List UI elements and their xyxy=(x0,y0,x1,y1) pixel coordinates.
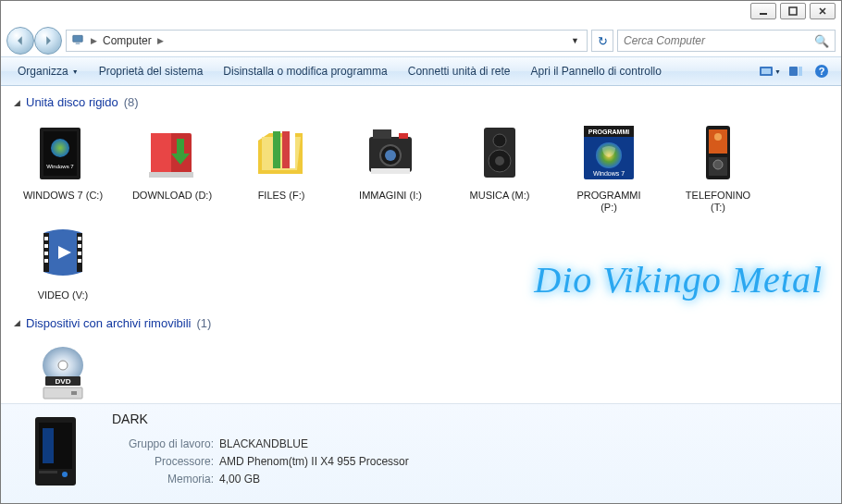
help-button[interactable]: ? xyxy=(810,61,834,81)
phone-icon xyxy=(685,119,751,186)
svg-text:Windows 7: Windows 7 xyxy=(46,164,74,169)
titlebar xyxy=(1,1,841,25)
breadcrumb-location[interactable]: Computer xyxy=(103,34,152,47)
svg-rect-17 xyxy=(273,131,280,168)
collapse-icon: ◢ xyxy=(14,318,20,327)
svg-rect-5 xyxy=(762,68,771,74)
drive-musica-m[interactable]: MUSICA (M:) xyxy=(456,117,543,216)
svg-rect-6 xyxy=(789,67,798,76)
svg-rect-0 xyxy=(760,13,767,15)
drive-dvd-o[interactable]: DVD Unità DVD RW(O:) xyxy=(19,338,106,403)
svg-rect-43 xyxy=(44,244,48,248)
svg-rect-7 xyxy=(799,67,802,76)
svg-rect-55 xyxy=(71,391,77,395)
svg-text:PROGRAMMI: PROGRAMMI xyxy=(588,129,629,135)
svg-rect-25 xyxy=(371,168,410,174)
svg-point-59 xyxy=(62,472,68,477)
drive-windows7-c[interactable]: Windows 7 WINDOWS 7 (C:) xyxy=(19,117,106,216)
svg-rect-1 xyxy=(789,7,797,15)
control-panel-button[interactable]: Apri il Pannello di controllo xyxy=(522,61,671,81)
svg-rect-21 xyxy=(373,129,391,139)
svg-rect-44 xyxy=(44,252,48,255)
map-drive-button[interactable]: Connetti unità di rete xyxy=(399,61,520,81)
svg-point-23 xyxy=(385,150,396,161)
close-button[interactable] xyxy=(810,3,836,19)
svg-rect-49 xyxy=(78,259,81,263)
uninstall-program-button[interactable]: Disinstalla o modifica programma xyxy=(214,61,396,81)
svg-rect-16 xyxy=(149,172,193,178)
svg-rect-24 xyxy=(399,133,408,139)
drive-label: FILES (F:) xyxy=(258,190,305,202)
chevron-right-icon: ▶ xyxy=(157,36,164,45)
drive-label: TELEFONINO (T:) xyxy=(677,190,759,214)
svg-point-12 xyxy=(51,139,69,157)
workgroup-value: BLACKANDBLUE xyxy=(219,436,308,453)
svg-text:Windows 7: Windows 7 xyxy=(593,170,625,177)
drive-label: MUSICA (M:) xyxy=(470,190,530,202)
svg-rect-60 xyxy=(39,471,57,473)
windows7-box-icon: Windows 7 xyxy=(30,119,96,186)
svg-rect-42 xyxy=(44,237,48,240)
speaker-icon xyxy=(466,119,533,186)
content-area: ◢ Unità disco rigido (8) Windows 7 WINDO… xyxy=(1,86,841,403)
drive-immagini-i[interactable]: IMMAGINI (I:) xyxy=(347,117,434,216)
svg-text:DVD: DVD xyxy=(56,377,71,386)
computer-icon xyxy=(70,33,85,49)
address-bar[interactable]: ▶ Computer ▶ ▼ xyxy=(66,30,588,52)
drive-download-d[interactable]: DOWNLOAD (D:) xyxy=(129,117,216,216)
svg-rect-2 xyxy=(73,35,83,42)
computer-tower-icon xyxy=(14,412,97,491)
svg-rect-58 xyxy=(43,428,54,463)
svg-rect-46 xyxy=(78,237,81,240)
back-button[interactable] xyxy=(6,27,34,55)
group-header-removable[interactable]: ◢ Dispositivi con archivi rimovibili (1) xyxy=(14,316,830,330)
search-icon[interactable]: 🔍 xyxy=(814,34,829,48)
drive-files-f[interactable]: FILES (F:) xyxy=(238,117,325,216)
svg-rect-19 xyxy=(290,131,295,168)
nav-row: ▶ Computer ▶ ▼ ↻ 🔍 xyxy=(1,25,841,56)
drive-telefonino-t[interactable]: TELEFONINO (T:) xyxy=(675,117,762,216)
svg-point-27 xyxy=(493,134,506,147)
processor-label: Processore: xyxy=(112,453,214,471)
collapse-icon: ◢ xyxy=(14,98,20,107)
download-box-icon xyxy=(139,119,205,186)
view-menu[interactable]: ▼ xyxy=(758,61,782,81)
toolbar: Organizza▼ Proprietà del sistema Disinst… xyxy=(1,56,841,86)
svg-text:?: ? xyxy=(819,66,825,77)
search-input[interactable] xyxy=(624,34,814,47)
folder-files-icon xyxy=(248,119,315,186)
drive-programmi-p[interactable]: PROGRAMMIWindows 7 PROGRAMMI (P:) xyxy=(565,117,652,216)
svg-rect-45 xyxy=(44,259,48,263)
group-count: (1) xyxy=(196,316,211,330)
drive-label: VIDEO (V:) xyxy=(38,289,89,301)
svg-rect-36 xyxy=(709,129,727,154)
maximize-button[interactable] xyxy=(780,3,806,19)
svg-point-51 xyxy=(58,361,68,370)
drive-label: WINDOWS 7 (C:) xyxy=(23,190,103,202)
dvd-drive-icon: DVD xyxy=(30,340,96,403)
forward-button[interactable] xyxy=(34,27,62,55)
drive-label: PROGRAMMI (P:) xyxy=(568,190,650,214)
svg-point-37 xyxy=(714,133,722,141)
group-header-hdd[interactable]: ◢ Unità disco rigido (8) xyxy=(14,95,830,109)
svg-point-39 xyxy=(713,160,723,169)
svg-rect-18 xyxy=(282,131,290,168)
memory-value: 4,00 GB xyxy=(219,471,260,488)
organize-menu[interactable]: Organizza▼ xyxy=(8,61,88,81)
chevron-right-icon: ▶ xyxy=(91,36,97,45)
minimize-button[interactable] xyxy=(750,3,776,19)
preview-pane-button[interactable] xyxy=(784,61,808,81)
refresh-button[interactable]: ↻ xyxy=(591,30,613,52)
workgroup-label: Gruppo di lavoro: xyxy=(112,436,214,453)
svg-rect-48 xyxy=(78,252,81,255)
details-pane: DARK Gruppo di lavoro:BLACKANDBLUE Proce… xyxy=(1,403,841,503)
search-box[interactable]: 🔍 xyxy=(617,30,836,52)
svg-rect-3 xyxy=(76,43,80,43)
film-reel-icon xyxy=(30,219,96,286)
drive-video-v[interactable]: VIDEO (V:) xyxy=(19,216,106,304)
system-properties-button[interactable]: Proprietà del sistema xyxy=(90,61,213,81)
memory-label: Memoria: xyxy=(112,471,214,488)
drive-label: IMMAGINI (I:) xyxy=(359,190,422,202)
group-title: Dispositivi con archivi rimovibili xyxy=(26,316,191,330)
address-dropdown[interactable]: ▼ xyxy=(567,36,583,45)
